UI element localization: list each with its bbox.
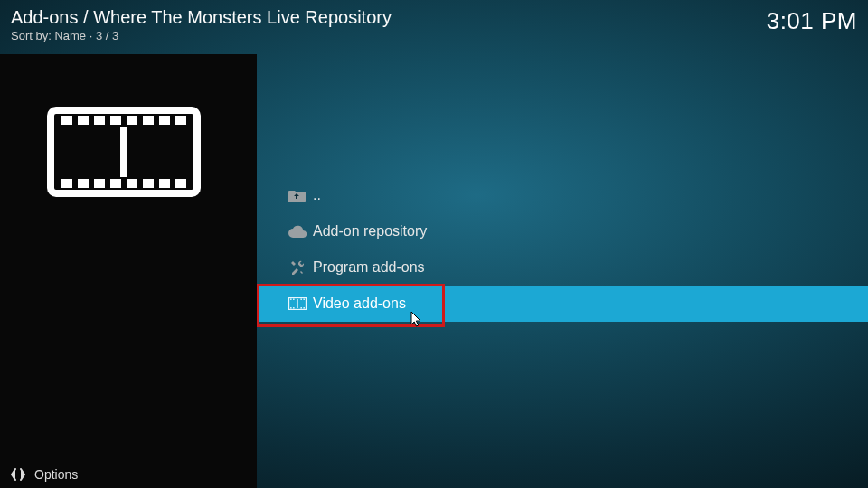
svg-rect-5: [127, 116, 137, 125]
svg-rect-20: [290, 299, 292, 300]
cloud-icon: [282, 225, 313, 238]
list-item-addon-repository[interactable]: Add-on repository: [257, 213, 868, 249]
list-item-video-addons[interactable]: Video add-ons: [257, 286, 868, 322]
sort-count: 3 / 3: [96, 29, 118, 42]
video-category-icon: [47, 107, 201, 197]
svg-rect-14: [143, 179, 154, 188]
svg-rect-17: [120, 127, 127, 177]
sort-field: Name: [54, 29, 86, 42]
svg-rect-2: [78, 116, 89, 125]
category-list: .. Add-on repository Program add-ons Vid…: [257, 177, 868, 322]
header-left: Add-ons / Where The Monsters Live Reposi…: [11, 7, 392, 42]
folder-up-icon: [282, 188, 313, 202]
header: Add-ons / Where The Monsters Live Reposi…: [11, 7, 857, 42]
svg-rect-19: [297, 299, 297, 308]
film-icon: [282, 297, 313, 310]
svg-rect-12: [110, 179, 121, 188]
svg-rect-8: [175, 116, 186, 125]
svg-rect-7: [159, 116, 170, 125]
svg-rect-11: [94, 179, 105, 188]
svg-rect-6: [143, 116, 154, 125]
breadcrumb: Add-ons / Where The Monsters Live Reposi…: [11, 7, 392, 28]
svg-rect-24: [290, 307, 292, 308]
svg-rect-10: [78, 179, 89, 188]
svg-rect-1: [61, 116, 72, 125]
list-item-label: ..: [313, 187, 321, 203]
svg-rect-26: [300, 307, 302, 308]
footer-options[interactable]: Options: [0, 461, 78, 488]
svg-rect-23: [303, 299, 305, 300]
svg-rect-9: [61, 179, 72, 188]
list-item-label: Add-on repository: [313, 223, 427, 239]
svg-rect-27: [303, 307, 305, 308]
svg-rect-16: [175, 179, 186, 188]
tools-icon: [282, 259, 313, 276]
sort-line: Sort by: Name · 3 / 3: [11, 29, 392, 42]
list-item-label: Program add-ons: [313, 259, 425, 276]
svg-rect-4: [110, 116, 121, 125]
list-item-parent[interactable]: ..: [257, 177, 868, 213]
list-item-program-addons[interactable]: Program add-ons: [257, 249, 868, 286]
svg-rect-13: [127, 179, 137, 188]
options-icon: [11, 468, 25, 481]
sort-sep: ·: [86, 29, 96, 42]
sort-prefix: Sort by:: [11, 29, 54, 42]
svg-rect-22: [300, 299, 302, 300]
svg-rect-3: [94, 116, 105, 125]
svg-rect-21: [293, 299, 295, 300]
side-panel: [0, 54, 257, 488]
svg-rect-25: [293, 307, 295, 308]
list-item-label: Video add-ons: [313, 296, 406, 312]
clock: 3:01 PM: [767, 7, 857, 35]
options-label: Options: [34, 467, 78, 482]
svg-rect-15: [159, 179, 170, 188]
